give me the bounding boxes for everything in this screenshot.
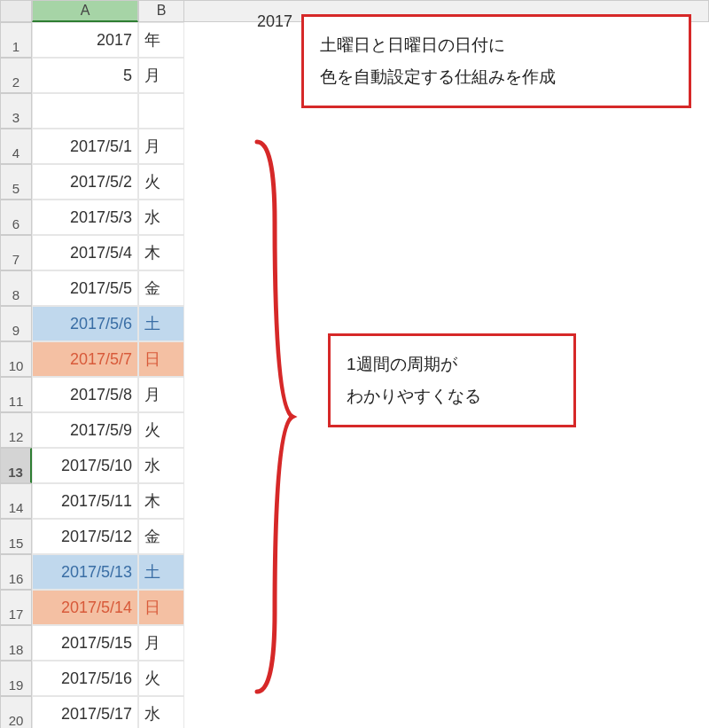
cell-b-14[interactable]: 木: [138, 483, 184, 519]
row-header-16[interactable]: 16: [0, 554, 32, 590]
cell-a-2[interactable]: 5: [32, 58, 138, 93]
row-header-2[interactable]: 2: [0, 58, 32, 93]
cell-a-6[interactable]: 2017/5/3: [32, 200, 138, 235]
row-header-4[interactable]: 4: [0, 129, 32, 164]
annotation-box-1: 土曜日と日曜日の日付に 色を自動設定する仕組みを作成: [301, 14, 691, 108]
cell-a-10[interactable]: 2017/5/7: [32, 341, 138, 377]
cell-a-1[interactable]: 2017: [32, 22, 138, 58]
cell-rest-7[interactable]: [184, 235, 709, 270]
cell-b-18[interactable]: 月: [138, 625, 184, 661]
cell-a-7[interactable]: 2017/5/4: [32, 235, 138, 270]
annotation-2-line-2: わかりやすくなる: [347, 380, 557, 412]
cell-b-13[interactable]: 水: [138, 448, 184, 483]
cell-a-9[interactable]: 2017/5/6: [32, 306, 138, 341]
cell-rest-17[interactable]: [184, 590, 709, 625]
cell-rest-18[interactable]: [184, 625, 709, 661]
cell-b-7[interactable]: 木: [138, 235, 184, 270]
cell-a-14[interactable]: 2017/5/11: [32, 483, 138, 519]
cell-b-6[interactable]: 水: [138, 200, 184, 235]
cell-b-4[interactable]: 月: [138, 129, 184, 164]
cell-a-19[interactable]: 2017/5/16: [32, 661, 138, 696]
row-header-12[interactable]: 12: [0, 412, 32, 448]
cell-b-12[interactable]: 火: [138, 412, 184, 448]
cell-rest-6[interactable]: [184, 200, 709, 235]
cell-rest-8[interactable]: [184, 270, 709, 306]
cell-a-18[interactable]: 2017/5/15: [32, 625, 138, 661]
row-header-8[interactable]: 8: [0, 270, 32, 306]
cell-a-11[interactable]: 2017/5/8: [32, 377, 138, 412]
cell-a-16[interactable]: 2017/5/13: [32, 554, 138, 590]
corner-cell[interactable]: [0, 0, 32, 22]
cell-rest-13[interactable]: [184, 448, 709, 483]
row-header-17[interactable]: 17: [0, 590, 32, 625]
row-header-13[interactable]: 13: [0, 448, 32, 483]
annotation-1-line-1: 土曜日と日曜日の日付に: [320, 29, 673, 61]
col-header-a[interactable]: A: [32, 0, 138, 22]
cell-b-9[interactable]: 土: [138, 306, 184, 341]
row-header-19[interactable]: 19: [0, 661, 32, 696]
cell-a-15[interactable]: 2017/5/12: [32, 519, 138, 554]
annotation-2-line-1: 1週間の周期が: [347, 348, 557, 380]
cell-b-16[interactable]: 土: [138, 554, 184, 590]
cell-b-1[interactable]: 年: [138, 22, 184, 58]
cell-a-8[interactable]: 2017/5/5: [32, 270, 138, 306]
row-header-14[interactable]: 14: [0, 483, 32, 519]
row-header-5[interactable]: 5: [0, 164, 32, 200]
row-header-11[interactable]: 11: [0, 377, 32, 412]
cell-b-3[interactable]: [138, 93, 184, 129]
cell-rest-16[interactable]: [184, 554, 709, 590]
cell-rest-5[interactable]: [184, 164, 709, 200]
cell-a-13[interactable]: 2017/5/10: [32, 448, 138, 483]
row-header-9[interactable]: 9: [0, 306, 32, 341]
cell-a-20[interactable]: 2017/5/17: [32, 696, 138, 728]
row-header-6[interactable]: 6: [0, 200, 32, 235]
cell-a-4[interactable]: 2017/5/1: [32, 129, 138, 164]
cell-b-20[interactable]: 水: [138, 696, 184, 728]
cell-rest-4[interactable]: [184, 129, 709, 164]
cell-b-5[interactable]: 火: [138, 164, 184, 200]
cell-b-17[interactable]: 日: [138, 590, 184, 625]
cell-a-5[interactable]: 2017/5/2: [32, 164, 138, 200]
cell-a-3[interactable]: [32, 93, 138, 129]
row-header-10[interactable]: 10: [0, 341, 32, 377]
cell-b-15[interactable]: 金: [138, 519, 184, 554]
annotation-box-2: 1週間の周期が わかりやすくなる: [328, 333, 576, 427]
cell-a-17[interactable]: 2017/5/14: [32, 590, 138, 625]
cell-rest-20[interactable]: [184, 696, 709, 728]
row-header-18[interactable]: 18: [0, 625, 32, 661]
cell-b-8[interactable]: 金: [138, 270, 184, 306]
cell-b-10[interactable]: 日: [138, 341, 184, 377]
cell-b-11[interactable]: 月: [138, 377, 184, 412]
cell-rest-19[interactable]: [184, 661, 709, 696]
row-header-15[interactable]: 15: [0, 519, 32, 554]
cell-rest-14[interactable]: [184, 483, 709, 519]
cell-rest-15[interactable]: [184, 519, 709, 554]
cell-a-12[interactable]: 2017/5/9: [32, 412, 138, 448]
row-header-20[interactable]: 20: [0, 696, 32, 728]
row-header-3[interactable]: 3: [0, 93, 32, 129]
row-header-7[interactable]: 7: [0, 235, 32, 270]
cell-b-2[interactable]: 月: [138, 58, 184, 93]
cell-b-19[interactable]: 火: [138, 661, 184, 696]
annotation-1-line-2: 色を自動設定する仕組みを作成: [320, 61, 673, 93]
col-header-b[interactable]: B: [138, 0, 184, 22]
partial-value-c1: 2017: [257, 12, 292, 31]
row-header-1[interactable]: 1: [0, 22, 32, 58]
